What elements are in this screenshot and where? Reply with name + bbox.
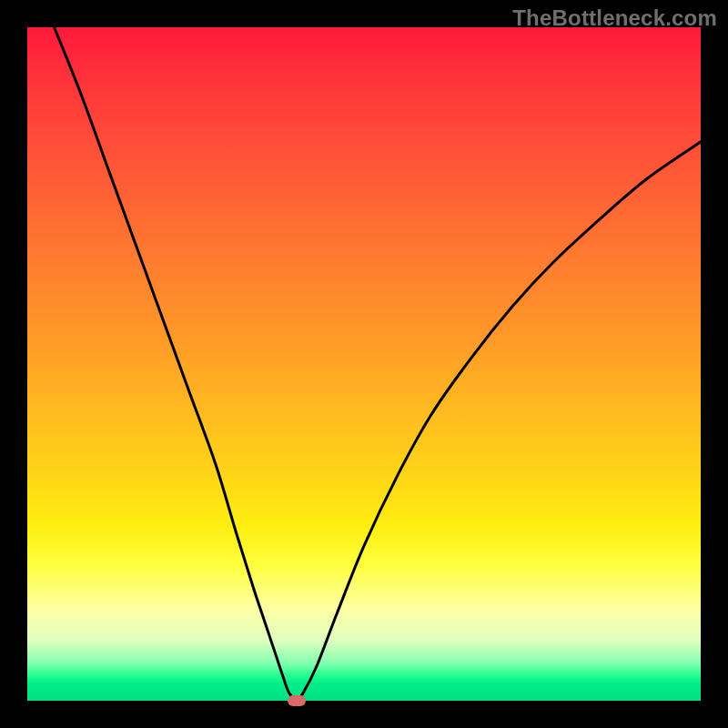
watermark-text: TheBottleneck.com [512,5,717,31]
curve-path [55,27,701,701]
bottleneck-curve [27,27,701,701]
minimum-marker [288,695,306,706]
plot-area [27,27,701,701]
chart-frame: TheBottleneck.com [0,0,728,728]
